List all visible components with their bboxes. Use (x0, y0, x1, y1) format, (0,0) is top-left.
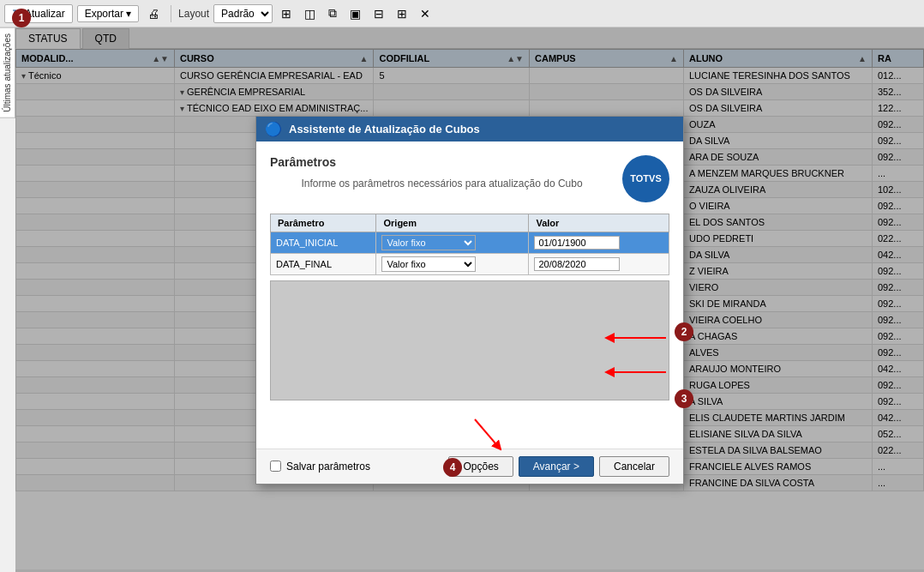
modal-dialog: 🔵 Assistente de Atualização de Cubos TOT… (255, 116, 684, 485)
toolbar: ↻ Atualizar Exportar ▾ 🖨 Layout Padrão ⊞… (0, 0, 924, 27)
save-params-area: Salvar parâmetros (270, 461, 370, 473)
side-tabs: Últimas atualizações (0, 27, 15, 118)
layout-select[interactable]: Padrão (213, 4, 273, 23)
badge-3: 3 (675, 389, 693, 408)
param-row: DATA_FINAL Valor fixo (271, 253, 669, 274)
param-col-value: Valor (529, 214, 669, 232)
icon-btn-7[interactable]: ✕ (416, 4, 435, 23)
sep1 (171, 5, 171, 22)
print-button[interactable]: 🖨 (143, 4, 164, 23)
save-params-label: Salvar parâmetros (286, 461, 370, 473)
badge-4: 4 (443, 458, 462, 477)
totvs-logo: TOTVS (622, 155, 669, 202)
update-label: Atualizar (25, 8, 65, 20)
modal-footer: Salvar parâmetros Opções Avançar > Cance… (256, 449, 683, 484)
main-content: STATUS QTD MODALID... ▲▼ CURSO ▲ (15, 27, 924, 572)
modal-title-icon: 🔵 (265, 121, 282, 137)
param-row: DATA_INICIAL Valor fixo (271, 232, 669, 253)
icon-btn-2[interactable]: ◫ (300, 4, 320, 23)
icon-btn-1[interactable]: ⊞ (277, 4, 296, 23)
param-origin-select[interactable]: Valor fixo (381, 235, 476, 250)
badge-2: 2 (675, 322, 693, 341)
gray-area (270, 280, 669, 400)
param-name: DATA_INICIAL (271, 232, 376, 253)
modal-body: TOTVS Parâmetros Informe os parâmetros n… (256, 141, 683, 449)
export-button[interactable]: Exportar ▾ (77, 5, 139, 22)
next-button[interactable]: Avançar > (519, 456, 594, 477)
layout-label: Layout (178, 8, 209, 20)
side-tab-ultimas[interactable]: Últimas atualizações (0, 27, 15, 118)
param-name: DATA_FINAL (271, 253, 376, 274)
modal-overlay: 🔵 Assistente de Atualização de Cubos TOT… (15, 27, 924, 572)
export-label: Exportar (85, 8, 123, 20)
param-value[interactable] (529, 232, 669, 253)
modal-titlebar: 🔵 Assistente de Atualização de Cubos (256, 117, 683, 141)
param-table: Parâmetro Origem Valor DATA_INICIAL Valo… (270, 214, 669, 275)
modal-section-title: Parâmetros (270, 155, 669, 169)
param-origin[interactable]: Valor fixo (376, 253, 529, 274)
icon-btn-6[interactable]: ⊞ (393, 4, 411, 23)
param-value[interactable] (529, 253, 669, 274)
footer-buttons: Opções Avançar > Cancelar (448, 456, 669, 477)
icon-btn-3[interactable]: ⧉ (324, 3, 341, 23)
modal-description: Informe os parâmetros necessários para a… (270, 178, 669, 190)
param-origin-select[interactable]: Valor fixo (381, 256, 476, 272)
param-origin[interactable]: Valor fixo (376, 232, 529, 253)
icon-btn-4[interactable]: ▣ (345, 4, 365, 23)
icon-btn-5[interactable]: ⊟ (369, 4, 388, 23)
cancel-button[interactable]: Cancelar (599, 456, 669, 477)
save-params-checkbox[interactable] (270, 461, 281, 472)
export-arrow-icon: ▾ (126, 8, 131, 20)
modal-title: Assistente de Atualização de Cubos (289, 123, 480, 135)
badge-1: 1 (12, 9, 31, 27)
param-col-name: Parâmetro (271, 214, 376, 232)
param-value-input[interactable] (534, 236, 620, 250)
param-col-origin: Origem (376, 214, 529, 232)
param-value-input[interactable] (534, 257, 620, 271)
